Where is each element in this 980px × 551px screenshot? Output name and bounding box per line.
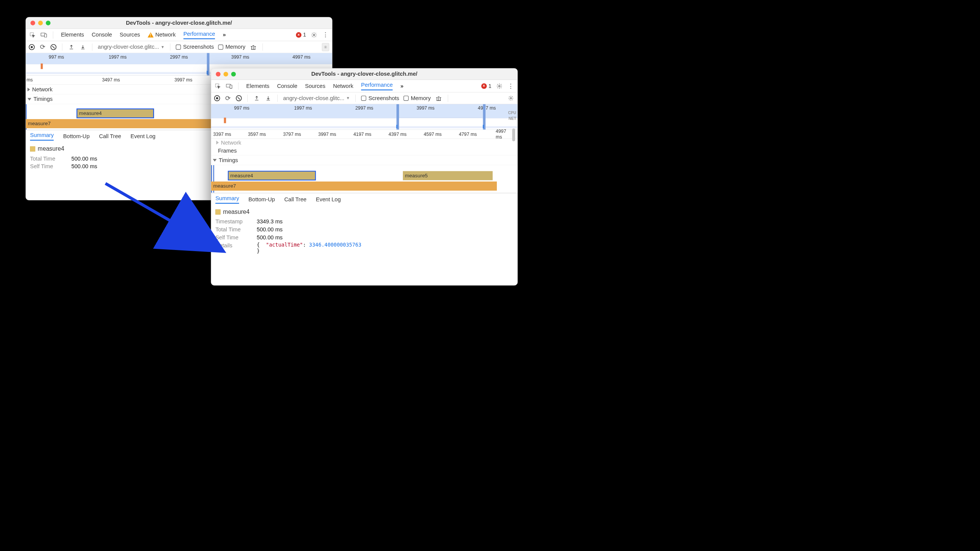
details-tabs: Summary Bottom-Up Call Tree Event Log (211, 193, 517, 205)
capture-settings-icon[interactable] (507, 96, 514, 101)
minimize-icon[interactable] (223, 72, 228, 76)
error-count[interactable]: × 1 (481, 83, 492, 89)
reload-record-button[interactable]: ⟳ (224, 94, 232, 102)
tab-network[interactable]: Network (148, 32, 176, 38)
checkbox-label: Screenshots (368, 95, 399, 101)
color-swatch-icon (215, 209, 220, 214)
titlebar[interactable]: DevTools - angry-clover-close.glitch.me/ (211, 68, 517, 80)
checkbox-label: Memory (411, 95, 431, 101)
divider (277, 94, 278, 102)
perf-toolbar: ⟳ angry-clover-close.glitc... ▼ Screensh… (26, 41, 332, 53)
tab-summary[interactable]: Summary (215, 195, 239, 204)
titlebar[interactable]: DevTools - angry-clover-close.glitch.me/ (26, 17, 332, 29)
capture-settings-icon[interactable] (322, 43, 329, 51)
error-icon: × (481, 83, 487, 89)
measure-measure4[interactable]: measure4 (77, 109, 154, 118)
more-menu-icon[interactable]: ⋮ (322, 33, 329, 36)
close-icon[interactable] (216, 72, 220, 76)
tick: 4797 ms (459, 131, 477, 137)
settings-gear-icon[interactable] (496, 83, 503, 89)
screenshots-checkbox[interactable]: Screenshots (176, 44, 214, 50)
upload-icon[interactable] (253, 96, 260, 101)
download-icon[interactable] (265, 96, 272, 101)
tab-sources[interactable]: Sources (305, 83, 325, 89)
download-icon[interactable] (79, 44, 86, 50)
clear-button[interactable] (51, 44, 57, 50)
track-frames[interactable]: Frames (211, 147, 517, 156)
overview-strip[interactable]: 997 ms 1997 ms 2997 ms 3997 ms 4997 ms C… (211, 104, 517, 130)
summary-value: 500.00 ms (257, 234, 283, 240)
device-toolbar-icon[interactable] (226, 83, 233, 88)
tab-bottom-up[interactable]: Bottom-Up (63, 133, 90, 139)
checkbox-box (361, 96, 366, 100)
maximize-icon[interactable] (231, 72, 236, 76)
divider (92, 43, 92, 51)
settings-gear-icon[interactable] (310, 32, 318, 38)
device-toolbar-icon[interactable] (40, 32, 48, 37)
record-button[interactable] (214, 95, 220, 101)
more-tabs-button[interactable]: » (400, 83, 402, 89)
chevron-down-icon (213, 159, 216, 161)
tracks-panel: Network Frames Timings measure4 measure5… (211, 139, 517, 193)
chevron-down-icon: ▼ (346, 96, 350, 100)
reload-record-button[interactable]: ⟳ (39, 43, 46, 51)
tick: 2997 ms (148, 54, 210, 59)
more-tabs-button[interactable]: » (223, 32, 224, 38)
tab-event-log[interactable]: Event Log (316, 196, 341, 202)
recording-selector[interactable]: angry-clover-close.glitc... ▼ (283, 95, 350, 101)
tick: 1997 ms (272, 105, 334, 110)
summary-title: measure4 (38, 145, 64, 152)
error-count[interactable]: × 1 (296, 32, 306, 38)
memory-checkbox[interactable]: Memory (404, 95, 431, 101)
summary-key: Self Time (215, 234, 251, 240)
track-network-collapsed[interactable]: Network (211, 139, 517, 147)
track-label: Network (221, 139, 241, 146)
divider (262, 43, 263, 51)
tab-console[interactable]: Console (92, 32, 112, 38)
upload-icon[interactable] (68, 44, 75, 50)
tab-call-tree[interactable]: Call Tree (99, 133, 121, 139)
minimize-icon[interactable] (38, 21, 43, 25)
clear-button[interactable] (236, 95, 242, 101)
tick: 3997 ms (175, 77, 192, 83)
collect-garbage-icon[interactable] (435, 96, 442, 101)
measure-measure4[interactable]: measure4 (228, 171, 316, 180)
tab-summary[interactable]: Summary (30, 132, 54, 140)
close-icon[interactable] (30, 21, 35, 25)
memory-checkbox[interactable]: Memory (218, 44, 245, 50)
tab-network-label: Network (155, 32, 175, 38)
tab-performance[interactable]: Performance (183, 30, 215, 39)
tab-call-tree[interactable]: Call Tree (284, 196, 306, 202)
divider (448, 94, 448, 102)
tab-bottom-up[interactable]: Bottom-Up (248, 196, 275, 202)
tab-console[interactable]: Console (277, 83, 297, 89)
measure-measure5[interactable]: measure5 (403, 171, 492, 180)
record-button[interactable] (29, 44, 35, 50)
measure-label: measure7 (213, 183, 236, 189)
summary-key: Total Time (30, 155, 66, 162)
divider (355, 94, 356, 102)
inspect-icon[interactable] (214, 83, 221, 89)
track-timings[interactable]: Timings (211, 155, 517, 165)
inspect-icon[interactable] (29, 32, 36, 38)
tab-elements[interactable]: Elements (61, 32, 84, 38)
tab-elements[interactable]: Elements (246, 83, 269, 89)
tab-event-log[interactable]: Event Log (130, 133, 156, 139)
color-swatch-icon (30, 147, 35, 151)
error-count-value: 1 (303, 32, 306, 38)
more-menu-icon[interactable]: ⋮ (507, 85, 514, 88)
tab-network[interactable]: Network (333, 83, 353, 89)
handle-grip-icon: || (207, 70, 208, 74)
checkbox-label: Memory (225, 44, 245, 50)
tab-performance[interactable]: Performance (361, 81, 393, 90)
summary-key: Details (215, 242, 251, 248)
screenshots-checkbox[interactable]: Screenshots (361, 95, 399, 101)
collect-garbage-icon[interactable] (250, 44, 257, 50)
measure-measure7[interactable]: measure7 (211, 182, 496, 191)
timings-flamechart[interactable]: measure4 measure5 measure7 (211, 165, 517, 193)
recording-selector[interactable]: angry-clover-close.glitc... ▼ (98, 44, 164, 50)
maximize-icon[interactable] (46, 21, 50, 25)
tab-sources[interactable]: Sources (120, 32, 140, 38)
tick: 4997 ms (456, 105, 517, 110)
scroll-thumb[interactable] (512, 129, 515, 142)
